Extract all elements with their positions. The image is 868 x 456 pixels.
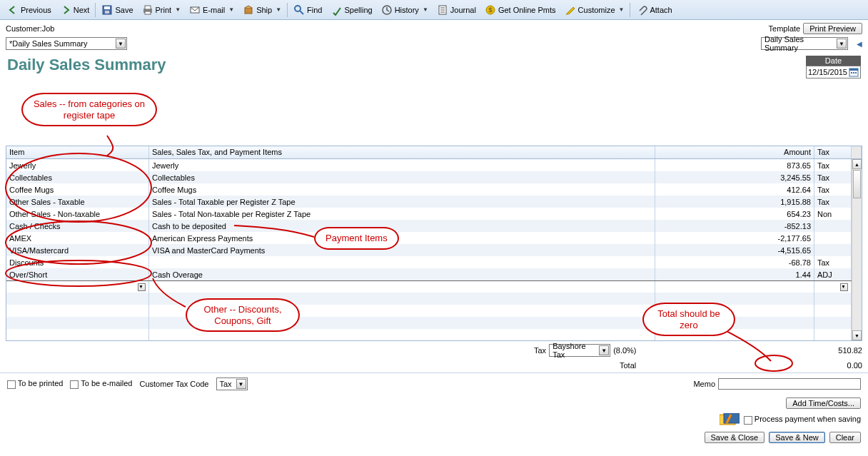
- cell-desc[interactable]: Jewerly: [149, 159, 655, 171]
- memo-label: Memo: [693, 380, 715, 388]
- cell-amount[interactable]: -852.13: [655, 220, 814, 232]
- col-header-tax[interactable]: Tax: [814, 146, 852, 158]
- cell-desc[interactable]: Cash to be deposited: [149, 220, 655, 232]
- table-row[interactable]: Discounts-68.78Tax: [6, 256, 862, 268]
- memo-field[interactable]: [718, 378, 861, 390]
- printer-icon: [142, 4, 153, 16]
- next-button[interactable]: Next: [56, 3, 94, 17]
- cell-item[interactable]: AMEX: [6, 232, 149, 244]
- cell-tax[interactable]: Tax: [814, 159, 852, 171]
- cell-desc[interactable]: [149, 281, 655, 293]
- ship-button[interactable]: Ship ▼: [238, 3, 286, 17]
- attach-button[interactable]: Attach: [632, 3, 676, 17]
- template-combo[interactable]: Daily Sales Summary ▼: [761, 37, 848, 50]
- vertical-scrollbar[interactable]: ▲ ▼: [852, 159, 862, 340]
- clear-button[interactable]: Clear: [829, 432, 861, 443]
- cell-tax[interactable]: Tax: [814, 171, 852, 183]
- cell-amount[interactable]: -68.78: [655, 256, 814, 268]
- date-field[interactable]: 12/15/2015: [806, 66, 861, 78]
- find-button[interactable]: Find: [289, 3, 326, 17]
- cell-desc: [149, 329, 655, 340]
- process-payment-checkbox[interactable]: Process payment when saving: [744, 415, 861, 424]
- print-button[interactable]: Print ▼: [138, 3, 186, 17]
- cell-tax[interactable]: Tax: [814, 256, 852, 268]
- cell-tax[interactable]: ADJ: [814, 268, 852, 280]
- cell-item[interactable]: VISA/Mastercard: [6, 244, 149, 256]
- table-row[interactable]: Other Sales - TaxableSales - Total Taxab…: [6, 196, 862, 208]
- cell-amount[interactable]: 1,915.88: [655, 196, 814, 208]
- cell-item[interactable]: Discounts: [6, 256, 149, 268]
- add-time-costs-button[interactable]: Add Time/Costs...: [786, 397, 861, 409]
- tax-item-combo[interactable]: Bayshore Tax ▼: [549, 344, 610, 357]
- save-new-button[interactable]: Save & New: [769, 432, 825, 443]
- cell-desc[interactable]: [149, 256, 655, 268]
- cell-item[interactable]: Coffee Mugs: [6, 183, 149, 196]
- cell-amount[interactable]: -4,515.65: [655, 244, 814, 256]
- get-online-pmts-button[interactable]: $ Get Online Pmts: [480, 3, 560, 17]
- new-entry-row[interactable]: ▼▼: [6, 280, 862, 293]
- col-header-desc[interactable]: Sales, Sales Tax, and Payment Items: [149, 146, 655, 158]
- cell-desc[interactable]: Sales - Total Taxable per Register Z Tap…: [149, 196, 655, 208]
- to-be-emailed-checkbox[interactable]: To be e-mailed: [70, 379, 132, 388]
- table-row[interactable]: AMEXAmerican Express Payments-2,177.65: [6, 232, 862, 244]
- cell-desc[interactable]: VISA and MasterCard Payments: [149, 244, 655, 256]
- chevron-down-icon[interactable]: ▼: [138, 283, 146, 291]
- cell-item[interactable]: Over/Short: [6, 268, 149, 280]
- print-preview-button[interactable]: Print Preview: [803, 23, 862, 34]
- cell-desc[interactable]: Coffee Mugs: [149, 183, 655, 196]
- cell-item[interactable]: Other Sales - Non-taxable: [6, 208, 149, 220]
- cell-amount[interactable]: 873.65: [655, 159, 814, 171]
- save-close-button[interactable]: Save & Close: [705, 432, 765, 443]
- col-header-amount[interactable]: Amount: [655, 146, 814, 158]
- cell-tax[interactable]: ▼: [814, 281, 852, 293]
- cell-tax[interactable]: [814, 232, 852, 244]
- calendar-icon[interactable]: [849, 67, 859, 77]
- save-button[interactable]: Save: [97, 3, 137, 17]
- expand-handle-icon[interactable]: ◀: [857, 40, 862, 48]
- cell-item[interactable]: Other Sales - Taxable: [6, 196, 149, 208]
- customize-button[interactable]: Customize ▼: [560, 3, 629, 17]
- cell-tax[interactable]: [814, 244, 852, 256]
- scroll-up-icon[interactable]: ▲: [852, 159, 862, 169]
- cell-tax[interactable]: [814, 220, 852, 232]
- table-row[interactable]: Over/ShortCash Overage1.44ADJ: [6, 268, 862, 280]
- cell-amount[interactable]: -2,177.65: [655, 232, 814, 244]
- journal-button[interactable]: Journal: [433, 3, 480, 17]
- cell-desc[interactable]: Cash Overage: [149, 268, 655, 280]
- cell-amount[interactable]: 1.44: [655, 268, 814, 280]
- cell-tax[interactable]: Non: [814, 208, 852, 220]
- previous-button[interactable]: Previous: [3, 3, 56, 17]
- to-be-printed-checkbox[interactable]: To be printed: [7, 379, 63, 388]
- customer-job-combo[interactable]: *Daily Sales Summary ▼: [6, 37, 127, 50]
- table-row[interactable]: Other Sales - Non-taxableSales - Total N…: [6, 208, 862, 220]
- cell-item[interactable]: Jewerly: [6, 159, 149, 171]
- spelling-button[interactable]: Spelling: [327, 3, 377, 17]
- table-row[interactable]: JewerlyJewerly873.65Tax: [6, 159, 862, 171]
- scroll-down-icon[interactable]: ▼: [852, 330, 862, 340]
- cell-tax[interactable]: Tax: [814, 183, 852, 196]
- cell-tax: [814, 317, 852, 329]
- cell-desc[interactable]: American Express Payments: [149, 232, 655, 244]
- table-row[interactable]: Coffee MugsCoffee Mugs412.64Tax: [6, 183, 862, 196]
- email-button[interactable]: E-mail ▼: [185, 3, 238, 17]
- empty-row: [6, 317, 862, 329]
- cell-amount[interactable]: 3,245.55: [655, 171, 814, 183]
- col-header-item[interactable]: Item: [6, 146, 149, 158]
- table-row[interactable]: Cash / ChecksCash to be deposited-852.13: [6, 220, 862, 232]
- cell-desc[interactable]: Sales - Total Non-taxable per Register Z…: [149, 208, 655, 220]
- cell-amount[interactable]: 412.64: [655, 183, 814, 196]
- cell-desc[interactable]: Collectables: [149, 171, 655, 183]
- cell-item[interactable]: ▼: [6, 281, 149, 293]
- cell-amount[interactable]: [655, 281, 814, 293]
- table-row[interactable]: VISA/MastercardVISA and MasterCard Payme…: [6, 244, 862, 256]
- history-button[interactable]: History ▼: [377, 3, 433, 17]
- scroll-thumb[interactable]: [853, 170, 861, 198]
- cell-amount[interactable]: 654.23: [655, 208, 814, 220]
- cell-tax[interactable]: Tax: [814, 196, 852, 208]
- customer-tax-code-combo[interactable]: Tax ▼: [216, 378, 248, 390]
- cell-item[interactable]: Collectables: [6, 171, 149, 183]
- cell-item[interactable]: Cash / Checks: [6, 220, 149, 232]
- chevron-down-icon[interactable]: ▼: [840, 283, 848, 291]
- table-row[interactable]: CollectablesCollectables3,245.55Tax: [6, 171, 862, 183]
- grid-body[interactable]: JewerlyJewerly873.65TaxCollectablesColle…: [6, 159, 862, 340]
